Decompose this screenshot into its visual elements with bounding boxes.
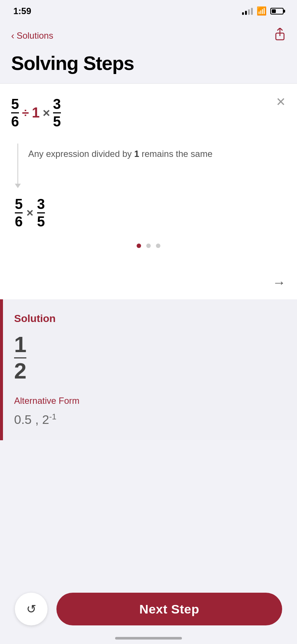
math-expression: 5 6 ÷ 1 × 3 5 [11, 97, 286, 129]
result-denominator-2: 5 [37, 215, 45, 229]
alt-form-exponent: -1 [49, 412, 57, 421]
share-button[interactable] [274, 28, 286, 44]
battery-icon [270, 8, 284, 15]
step-text: Any expression divided by 1 remains the … [28, 144, 286, 188]
bottom-spacer [0, 440, 297, 515]
pagination-dots [11, 244, 286, 248]
share-icon [274, 28, 286, 41]
alt-form-label: Alternative Form [14, 396, 286, 406]
result-line-1 [15, 212, 23, 213]
fraction-2: 3 5 [53, 97, 61, 129]
chevron-left-icon: ‹ [11, 30, 14, 42]
close-button[interactable]: ✕ [276, 95, 286, 109]
dot-2 [146, 244, 151, 248]
status-bar: 1:59 📶 [0, 0, 297, 22]
times-symbol-2: × [26, 206, 33, 220]
signal-icon [242, 7, 253, 15]
result-numerator-1: 5 [15, 197, 23, 211]
solution-label: Solution [14, 313, 286, 325]
result-fraction-1: 5 6 [15, 197, 23, 229]
denominator-1: 6 [11, 115, 19, 129]
dot-1 [137, 244, 141, 248]
bottom-bar: ↺ Next Step [0, 585, 297, 644]
alt-form-decimal: 0.5 , 2 [14, 412, 49, 426]
vertical-line [17, 144, 18, 184]
status-icons: 📶 [242, 6, 284, 16]
solution-denominator: 2 [14, 360, 26, 382]
result-fraction-2: 3 5 [37, 197, 45, 229]
wifi-icon: 📶 [257, 6, 267, 16]
page-title: Solving Steps [11, 52, 286, 74]
one-highlight: 1 [32, 105, 40, 121]
next-arrow-button[interactable]: → [272, 275, 286, 290]
result-line-2 [37, 212, 45, 213]
back-label: Solutions [17, 30, 53, 41]
result-numerator-2: 3 [37, 197, 45, 211]
nav-bar: ‹ Solutions [0, 22, 297, 49]
next-step-button[interactable]: Next Step [56, 593, 282, 625]
alt-form-value: 0.5 , 2-1 [14, 412, 286, 427]
fraction-line-2 [53, 112, 61, 113]
undo-icon: ↺ [26, 602, 36, 616]
undo-button[interactable]: ↺ [15, 593, 48, 625]
denominator-2: 5 [53, 115, 61, 129]
arrow-line [15, 144, 21, 188]
step-explanation: Any expression divided by 1 remains the … [15, 144, 286, 188]
status-time: 1:59 [13, 6, 31, 16]
step-card: ✕ 5 6 ÷ 1 × 3 5 Any expression divided b… [0, 84, 297, 299]
solution-fraction: 1 2 [14, 334, 26, 382]
result-denominator-1: 6 [15, 215, 23, 229]
page-title-section: Solving Steps [0, 49, 297, 84]
numerator-1: 5 [11, 97, 19, 111]
times-symbol-1: × [43, 106, 50, 120]
dot-3 [156, 244, 160, 248]
solution-section: Solution 1 2 Alternative Form 0.5 , 2-1 [0, 299, 297, 440]
home-indicator [115, 637, 182, 640]
solution-numerator: 1 [14, 334, 26, 356]
fraction-1: 5 6 [11, 97, 19, 129]
arrow-down-icon [15, 184, 21, 188]
fraction-line-1 [11, 112, 19, 113]
back-button[interactable]: ‹ Solutions [11, 30, 53, 42]
divide-symbol: ÷ [22, 106, 29, 120]
result-expression: 5 6 × 3 5 [15, 197, 286, 229]
numerator-2: 3 [53, 97, 61, 111]
